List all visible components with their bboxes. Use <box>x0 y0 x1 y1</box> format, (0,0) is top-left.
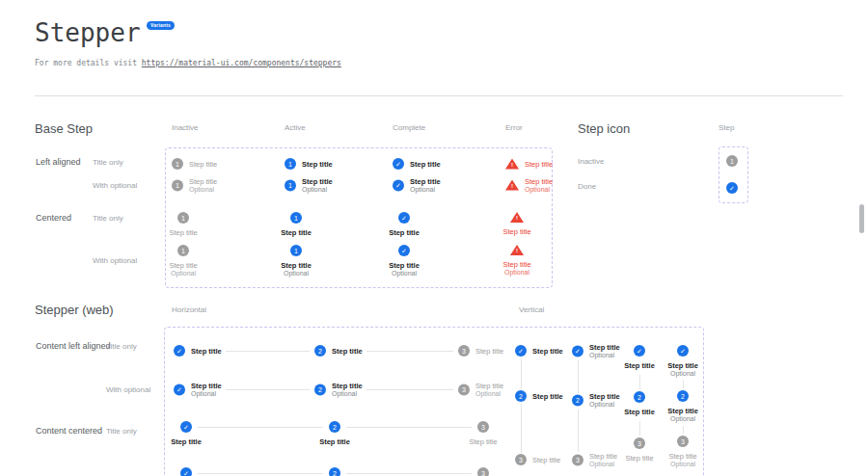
stepper-spec-page: Stepper Variants For more details visit … <box>0 0 868 476</box>
warning-icon: ! <box>505 180 519 191</box>
step-number-icon: 2 <box>677 390 689 402</box>
step-title: Step title <box>410 160 441 169</box>
step-number-icon: 3 <box>458 383 470 395</box>
step-title: Step title <box>302 177 333 186</box>
step-text: Step title <box>532 456 560 464</box>
check-icon: ✓ <box>634 345 645 357</box>
step-number-icon: 2 <box>572 394 583 406</box>
step-text: Step titleOptional <box>389 261 420 278</box>
step-title: Step title <box>475 382 503 390</box>
step-title: Step title <box>169 261 197 270</box>
step-sample-inactive: 3Step title <box>447 421 520 446</box>
row-label-content-left-aligned: Content left aligned <box>36 341 111 351</box>
step-number-icon: 2 <box>329 421 340 433</box>
step-title: Step title <box>171 437 202 446</box>
check-icon: ✓ <box>572 345 583 357</box>
step-connector-line <box>198 427 323 428</box>
step-text: Step titleOptional <box>525 177 553 194</box>
check-icon: ✓ <box>180 467 192 476</box>
step-sample-active: 1Step titleOptional <box>259 245 333 278</box>
step-title: Step title <box>532 347 563 356</box>
step-number-icon: 2 <box>314 383 326 395</box>
step-optional-label: Optional <box>475 390 503 398</box>
step-text: Step title <box>332 347 363 356</box>
step-sample-active: 1Step titleOptional <box>285 177 333 194</box>
check-icon: ✓ <box>180 421 192 433</box>
step-text: Step titleOptional <box>189 177 217 194</box>
check-icon: ✓ <box>174 345 185 357</box>
step-optional-label: Optional <box>171 270 196 278</box>
check-icon: ✓ <box>174 383 185 395</box>
step-number-icon: 2 <box>515 390 527 402</box>
step-number-icon: 2 <box>634 391 645 403</box>
variants-badge: Variants <box>147 21 175 30</box>
step-title: Step title <box>410 177 441 186</box>
row-label-centered: Centered <box>36 213 71 223</box>
check-icon: ✓ <box>726 182 738 194</box>
step-text: Step titleOptional <box>169 261 197 278</box>
step-sample-complete: ✓Step titleOptional <box>393 177 441 194</box>
step-title: Step title <box>319 437 350 446</box>
step-icon-sample-complete: ✓ <box>726 182 738 194</box>
column-header-complete: Complete <box>393 123 425 132</box>
material-ui-link[interactable]: https://material-ui.com/components/stepp… <box>142 59 341 67</box>
step-sample-complete: ✓Step title <box>515 345 563 357</box>
step-title: Step title <box>169 228 197 237</box>
row-label-inactive: Inactive <box>578 157 605 166</box>
row-sublabel-with-optional: With optional <box>93 256 137 265</box>
step-sample-error: !Step titleOptional <box>480 245 554 277</box>
step-number-icon: 1 <box>172 158 183 170</box>
step-text: Step title <box>319 437 350 446</box>
step-connector-line <box>578 410 579 452</box>
column-header-step: Step <box>719 123 734 132</box>
step-title: Step title <box>389 228 420 237</box>
step-text: Step titleOptional <box>667 407 698 423</box>
step-optional-label: Optional <box>410 186 441 194</box>
step-number-icon: 1 <box>177 212 189 224</box>
step-sample-error: !Step title <box>505 159 553 170</box>
step-connector-line <box>521 358 522 389</box>
step-sample-error: !Step titleOptional <box>505 177 553 194</box>
step-icon-sample-inactive: 1 <box>726 155 738 167</box>
subtitle: For more details visit https://material-… <box>35 59 341 67</box>
step-optional-label: Optional <box>504 269 529 277</box>
row-label-left-aligned: Left aligned <box>36 157 81 167</box>
row-label-content-centered: Content centered <box>36 426 102 436</box>
step-text: Step title <box>302 160 333 169</box>
step-connector-line <box>521 404 522 453</box>
step-number-icon: 1 <box>285 179 296 191</box>
step-text: Step title <box>469 437 497 446</box>
row-sublabel-title-only: Title only <box>93 158 123 167</box>
scrollbar-thumb[interactable] <box>859 204 864 233</box>
row-sublabel-title-only: Title only <box>106 342 137 351</box>
step-text: Step titleOptional <box>667 361 698 378</box>
step-title: Step title <box>667 407 698 415</box>
step-text: Step title <box>169 228 197 237</box>
header-divider <box>35 95 843 96</box>
step-title: Step title <box>667 361 698 370</box>
step-optional-label: Optional <box>392 270 417 278</box>
step-connector-line <box>198 473 323 474</box>
step-title: Step title <box>389 261 420 270</box>
step-connector-line <box>683 381 684 388</box>
section-heading-base-step: Base Step <box>35 121 93 136</box>
step-title: Step title <box>302 160 333 169</box>
step-text: Step title <box>525 160 553 169</box>
row-sublabel-title-only: Title only <box>106 427 137 436</box>
step-number-icon: 3 <box>477 467 489 476</box>
step-title: Step title <box>532 392 563 401</box>
step-connector-line <box>578 360 579 393</box>
step-sample-error: !Step title <box>480 212 554 236</box>
step-connector-line <box>683 426 684 434</box>
check-icon: ✓ <box>515 345 527 357</box>
step-title: Step title <box>502 227 530 236</box>
step-title: Step title <box>469 437 497 446</box>
step-text: Step titleOptional <box>281 261 312 278</box>
page-title: Stepper <box>35 15 141 50</box>
step-number-icon: 3 <box>477 421 489 433</box>
row-sublabel-title-only: Title only <box>93 214 123 223</box>
step-sample-active: 2Step titleOptional <box>298 467 371 476</box>
step-number-icon: 1 <box>285 158 296 170</box>
column-header-inactive: Inactive <box>172 123 199 132</box>
step-connector-line <box>366 389 453 390</box>
